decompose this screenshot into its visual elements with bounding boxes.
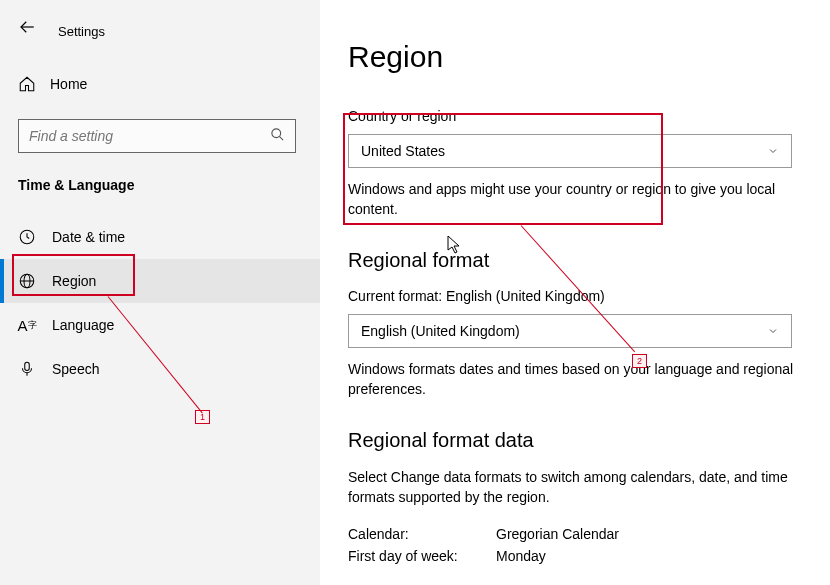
country-dropdown[interactable]: United States	[348, 134, 792, 168]
regional-format-title: Regional format	[348, 249, 800, 272]
nav-list: Date & time Region A字 Language	[18, 215, 320, 391]
format-data-row: Calendar: Gregorian Calendar	[348, 526, 800, 542]
category-title: Time & Language	[18, 177, 320, 193]
regional-format-dropdown[interactable]: English (United Kingdom)	[348, 314, 792, 348]
country-label: Country or region	[348, 108, 800, 124]
page-title: Region	[348, 40, 800, 74]
format-data-label: First day of week:	[348, 548, 496, 564]
format-data-value: Gregorian Calendar	[496, 526, 619, 542]
back-button[interactable]	[18, 15, 36, 39]
microphone-icon	[18, 360, 36, 378]
svg-point-1	[272, 128, 281, 137]
annotation-label-2: 2	[632, 354, 647, 368]
format-data-row: First day of week: Monday	[348, 548, 800, 564]
sidebar-item-speech[interactable]: Speech	[0, 347, 320, 391]
a-glyph-icon: A字	[18, 317, 36, 334]
chevron-down-icon	[767, 325, 779, 337]
format-data-title: Regional format data	[348, 429, 800, 452]
sidebar-item-label: Date & time	[52, 229, 125, 245]
arrow-left-icon	[18, 18, 36, 36]
main-content: Region Country or region United States W…	[320, 0, 830, 585]
sidebar-header: Settings	[18, 15, 320, 39]
regional-format-hint: Windows formats dates and times based on…	[348, 360, 798, 399]
globe-icon	[18, 272, 36, 290]
svg-rect-7	[25, 362, 30, 370]
svg-line-2	[279, 136, 283, 140]
search-icon	[270, 127, 285, 146]
chevron-down-icon	[767, 145, 779, 157]
clock-icon	[18, 228, 36, 246]
format-data-hint: Select Change data formats to switch amo…	[348, 468, 798, 507]
sidebar-item-label: Language	[52, 317, 114, 333]
country-hint: Windows and apps might use your country …	[348, 180, 798, 219]
sidebar-item-label: Region	[52, 273, 96, 289]
sidebar-item-date-time[interactable]: Date & time	[0, 215, 320, 259]
sidebar-item-label: Speech	[52, 361, 99, 377]
sidebar: Settings Home Time & Language	[0, 0, 320, 585]
home-label: Home	[50, 76, 87, 92]
sidebar-item-region[interactable]: Region	[0, 259, 320, 303]
home-icon	[18, 75, 36, 93]
country-value: United States	[361, 143, 445, 159]
regional-format-value: English (United Kingdom)	[361, 323, 520, 339]
sidebar-item-language[interactable]: A字 Language	[0, 303, 320, 347]
current-format-label: Current format: English (United Kingdom)	[348, 288, 800, 304]
search-input[interactable]	[29, 128, 270, 144]
settings-window: Settings Home Time & Language	[0, 0, 830, 585]
sidebar-home[interactable]: Home	[18, 67, 320, 101]
app-title: Settings	[58, 24, 320, 39]
search-box[interactable]	[18, 119, 296, 153]
format-data-label: Calendar:	[348, 526, 496, 542]
format-data-value: Monday	[496, 548, 546, 564]
